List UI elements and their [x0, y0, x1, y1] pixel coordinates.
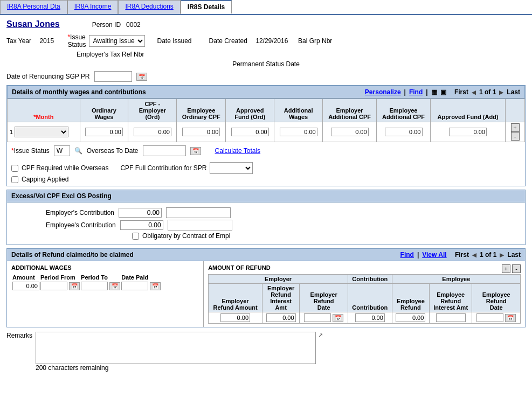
remarks-count: 200 characters remaining: [36, 364, 323, 372]
tab-bar: IR8A Personal Dta IR8A Income IR8A Deduc…: [0, 0, 532, 15]
employee-group-header: Employee: [392, 275, 520, 284]
additional-wages-input[interactable]: [280, 128, 317, 136]
calculate-totals-link[interactable]: Calculate Totals: [215, 147, 261, 155]
employer-contrib-input[interactable]: [119, 208, 162, 218]
expand-icon[interactable]: ↗: [318, 332, 323, 339]
renounce-label: Date of Renouncing SGP PR: [6, 73, 90, 80]
additional-wages-header-table: Amount Period From Period To Date Paid 📅: [11, 273, 162, 291]
add-refund-button[interactable]: +: [502, 264, 510, 273]
person-id-value: 0002: [126, 21, 141, 29]
col-employee-refund-interest: EmployeeRefundInterest Amt: [430, 284, 472, 312]
employee-contrib-label: Employee's Contribution: [46, 221, 116, 229]
obligatory-label: Obligatory by Contract of Empl: [142, 232, 230, 240]
find-wages-link[interactable]: Find: [409, 88, 423, 96]
overseas-cal-button[interactable]: 📅: [190, 147, 201, 155]
remove-row-button[interactable]: -: [511, 132, 520, 141]
amount-of-refund-section: AMOUNT OF REFUND + - Employer Contributi…: [204, 261, 525, 327]
employee-contrib-input[interactable]: [120, 220, 163, 230]
prev-wages-icon[interactable]: ◀: [472, 89, 476, 95]
person-header: Susan Jones Person ID 0002: [6, 19, 526, 29]
issue-status-select[interactable]: Awaiting Issue: [89, 35, 145, 47]
col-employer-refund-date: EmployerRefundDate: [300, 284, 348, 312]
date-paid-cal-button[interactable]: 📅: [150, 282, 161, 290]
capping-label: Capping Applied: [22, 176, 68, 183]
renounce-date-input[interactable]: [94, 71, 132, 82]
personalize-link[interactable]: Personalize: [365, 88, 401, 96]
cpf-required-row: CPF Required while Overseas CPF Full Con…: [11, 162, 521, 174]
renounce-row: Date of Renouncing SGP PR 📅: [6, 71, 526, 82]
remove-refund-button[interactable]: -: [512, 264, 521, 273]
remarks-textarea[interactable]: [36, 332, 316, 364]
col-approved-fund-add: Approved Fund (Add): [430, 99, 505, 122]
add-row-button[interactable]: +: [511, 123, 520, 132]
excess-header: Excess/Vol CPF Excl OS Posting: [7, 190, 525, 202]
month-select[interactable]: [15, 127, 68, 137]
table-row: 1: [8, 122, 525, 142]
tab-ir8s-details[interactable]: IR8S Details: [181, 0, 232, 14]
employee-additional-cpf-input[interactable]: [385, 128, 423, 136]
ee-refund-date-input[interactable]: [476, 313, 503, 322]
approved-fund-add-input[interactable]: [449, 128, 487, 136]
ee-refund-date-cal-button[interactable]: 📅: [505, 314, 516, 322]
period-from-cal-button[interactable]: 📅: [69, 282, 80, 290]
amount-col-label: Amount: [12, 274, 39, 281]
contribution-input[interactable]: [355, 313, 385, 322]
next-refund-icon[interactable]: ▶: [500, 252, 504, 258]
refund-body: ADDITIONAL WAGES Amount Period From Peri…: [7, 261, 525, 327]
col-employee-ordinary-cpf: EmployeeOrdinary CPF: [177, 99, 226, 122]
col-actions: [506, 99, 525, 122]
refund-period-from-input[interactable]: [40, 282, 67, 290]
col-cpf-employer-ord: CPF -Employer(Ord): [128, 99, 177, 122]
ee-refund-input[interactable]: [396, 313, 425, 322]
row-employee-ordinary-cpf: [177, 122, 226, 142]
refund-title: Details of Refund claimed/to be claimed: [11, 251, 134, 259]
renounce-cal-button[interactable]: 📅: [136, 73, 147, 81]
view-grid-icon[interactable]: ▦: [431, 88, 437, 96]
er-refund-date-cal-button[interactable]: 📅: [333, 314, 343, 322]
next-wages-icon[interactable]: ▶: [499, 89, 503, 95]
tab-ir8a-personal[interactable]: IR8A Personal Dta: [0, 0, 67, 14]
cpf-required-checkbox[interactable]: [11, 165, 18, 172]
excess-body: Employer's Contribution Employee's Contr…: [7, 202, 525, 245]
overseas-label: Overseas To Date: [87, 147, 139, 155]
cpf-full-select[interactable]: [210, 162, 253, 174]
find-refund-link[interactable]: Find: [400, 251, 414, 259]
bal-grp-label: Bal Grp Nbr: [298, 37, 332, 45]
employer-tax-row: Employer's Tax Ref Nbr: [6, 51, 526, 58]
ee-refund-interest-input[interactable]: [436, 313, 466, 322]
amount-of-refund-title: AMOUNT OF REFUND: [208, 264, 271, 271]
row-ordinary-wages: [80, 122, 128, 142]
refund-period-to-input[interactable]: [81, 282, 108, 290]
overseas-date-input[interactable]: [143, 145, 186, 156]
er-refund-date-input[interactable]: [304, 313, 331, 322]
view-all-refund-link[interactable]: View All: [422, 251, 446, 259]
download-icon[interactable]: ▣: [440, 88, 446, 96]
employer-additional-cpf-input[interactable]: [331, 128, 369, 136]
capping-checkbox[interactable]: [11, 176, 18, 183]
ordinary-wages-input[interactable]: [85, 128, 123, 136]
col-employee-additional-cpf: EmployeeAdditional CPF: [377, 99, 431, 122]
er-refund-interest-input[interactable]: [266, 313, 296, 322]
obligatory-checkbox[interactable]: [132, 233, 139, 240]
row-employee-additional-cpf: [377, 122, 431, 142]
refund-date-paid-input[interactable]: [121, 282, 148, 290]
tab-ir8a-income[interactable]: IR8A Income: [67, 0, 119, 14]
er-refund-amount-input[interactable]: [220, 313, 250, 322]
col-ordinary-wages: OrdinaryWages: [80, 99, 128, 122]
issue-status-input[interactable]: [54, 145, 70, 156]
approved-fund-ord-input[interactable]: [231, 128, 269, 136]
prev-refund-icon[interactable]: ◀: [472, 252, 476, 258]
permanent-status-label: Permanent Status Date: [232, 60, 300, 68]
search-icon[interactable]: 🔍: [74, 147, 82, 155]
employer-contrib-extra[interactable]: [166, 207, 231, 218]
cpf-employer-input[interactable]: [134, 128, 171, 136]
contribution-header: Contribution: [348, 275, 392, 284]
refund-amount-input[interactable]: [12, 282, 39, 290]
employee-contrib-row: Employee's Contribution: [13, 220, 519, 231]
tab-ir8a-deductions[interactable]: IR8A Deductions: [118, 0, 180, 14]
employee-ordinary-cpf-input[interactable]: [182, 128, 220, 136]
period-to-cal-button[interactable]: 📅: [109, 282, 120, 290]
col-employer-additional-cpf: EmployerAdditional CPF: [323, 99, 377, 122]
row-month-num: 1: [8, 122, 80, 142]
employee-contrib-extra[interactable]: [168, 220, 232, 231]
